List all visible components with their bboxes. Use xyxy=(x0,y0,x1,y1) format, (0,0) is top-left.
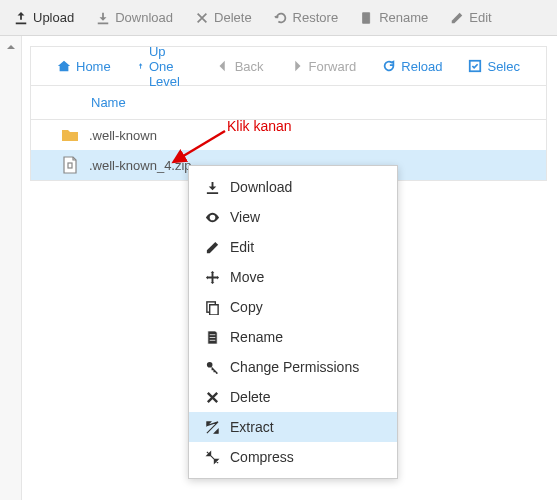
ctx-label: Download xyxy=(230,179,292,195)
expand-icon xyxy=(205,420,220,435)
ctx-label: View xyxy=(230,209,260,225)
pencil-icon xyxy=(205,240,220,255)
eye-icon xyxy=(205,210,220,225)
ctx-view[interactable]: View xyxy=(189,202,397,232)
annotation-arrow-1 xyxy=(170,126,230,166)
move-icon xyxy=(205,270,220,285)
delete-label: Delete xyxy=(214,10,252,25)
delete-icon xyxy=(195,11,209,25)
back-icon xyxy=(216,59,230,73)
select-icon xyxy=(468,59,482,73)
left-gutter xyxy=(0,36,22,500)
restore-button[interactable]: Restore xyxy=(266,5,347,30)
ctx-delete[interactable]: Delete xyxy=(189,382,397,412)
ctx-permissions[interactable]: Change Permissions xyxy=(189,352,397,382)
upload-icon xyxy=(14,11,28,25)
ctx-edit[interactable]: Edit xyxy=(189,232,397,262)
ctx-label: Compress xyxy=(230,449,294,465)
upload-label: Upload xyxy=(33,10,74,25)
copy-icon xyxy=(205,300,220,315)
ctx-label: Change Permissions xyxy=(230,359,359,375)
edit-icon xyxy=(450,11,464,25)
home-button[interactable]: Home xyxy=(49,55,119,78)
up-level-icon xyxy=(137,59,144,73)
ctx-download[interactable]: Download xyxy=(189,172,397,202)
download-icon xyxy=(96,11,110,25)
restore-label: Restore xyxy=(293,10,339,25)
delete-button[interactable]: Delete xyxy=(187,5,260,30)
column-header-row: Name xyxy=(31,86,546,120)
ctx-label: Move xyxy=(230,269,264,285)
edit-button[interactable]: Edit xyxy=(442,5,499,30)
context-menu: Download View Edit Move Copy Rename Chan… xyxy=(188,165,398,479)
rename-label: Rename xyxy=(379,10,428,25)
ctx-move[interactable]: Move xyxy=(189,262,397,292)
restore-icon xyxy=(274,11,288,25)
up-one-level-button[interactable]: Up One Level xyxy=(129,40,198,93)
reload-label: Reload xyxy=(401,59,442,74)
rename-button[interactable]: Rename xyxy=(352,5,436,30)
ctx-label: Rename xyxy=(230,329,283,345)
back-button[interactable]: Back xyxy=(208,55,272,78)
annotation-klik-kanan: Klik kanan xyxy=(227,118,292,134)
home-icon xyxy=(57,59,71,73)
folder-icon xyxy=(61,126,79,144)
back-label: Back xyxy=(235,59,264,74)
forward-label: Forward xyxy=(309,59,357,74)
zip-file-icon xyxy=(61,156,79,174)
navigation-toolbar: Home Up One Level Back Forward Reload Se… xyxy=(30,46,547,86)
main-toolbar: Upload Download Delete Restore Rename Ed… xyxy=(0,0,557,36)
key-icon xyxy=(205,360,220,375)
ctx-label: Copy xyxy=(230,299,263,315)
edit-label: Edit xyxy=(469,10,491,25)
forward-icon xyxy=(290,59,304,73)
column-name-header[interactable]: Name xyxy=(91,95,126,110)
reload-icon xyxy=(382,59,396,73)
document-icon xyxy=(205,330,220,345)
file-name: .well-known xyxy=(89,128,157,143)
reload-button[interactable]: Reload xyxy=(374,55,450,78)
compress-icon xyxy=(205,450,220,465)
chevron-up-icon xyxy=(6,42,16,52)
download-icon xyxy=(205,180,220,195)
home-label: Home xyxy=(76,59,111,74)
ctx-label: Extract xyxy=(230,419,274,435)
download-label: Download xyxy=(115,10,173,25)
download-button[interactable]: Download xyxy=(88,5,181,30)
rename-icon xyxy=(360,11,374,25)
ctx-copy[interactable]: Copy xyxy=(189,292,397,322)
select-label: Selec xyxy=(487,59,520,74)
forward-button[interactable]: Forward xyxy=(282,55,365,78)
ctx-extract[interactable]: Extract xyxy=(189,412,397,442)
up-label: Up One Level xyxy=(149,44,190,89)
select-all-button[interactable]: Selec xyxy=(460,55,528,78)
ctx-compress[interactable]: Compress xyxy=(189,442,397,472)
upload-button[interactable]: Upload xyxy=(6,5,82,30)
ctx-rename[interactable]: Rename xyxy=(189,322,397,352)
ctx-label: Delete xyxy=(230,389,270,405)
x-icon xyxy=(205,390,220,405)
ctx-label: Edit xyxy=(230,239,254,255)
